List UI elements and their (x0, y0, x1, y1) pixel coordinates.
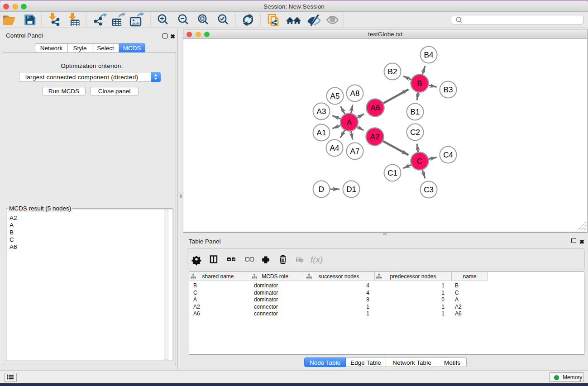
svg-text:A: A (347, 118, 352, 127)
svg-text:f(x): f(x) (311, 255, 323, 264)
svg-text:A3: A3 (317, 107, 326, 116)
svg-text:B1: B1 (411, 108, 420, 116)
svg-text:B4: B4 (424, 51, 434, 59)
svg-text:A6: A6 (371, 104, 380, 112)
svg-text:B2: B2 (388, 67, 397, 76)
svg-text:C2: C2 (410, 128, 420, 137)
svg-text:C4: C4 (443, 151, 453, 159)
svg-text:C1: C1 (387, 169, 397, 177)
svg-text:B3: B3 (444, 86, 453, 94)
svg-text:D: D (319, 185, 324, 194)
svg-text:C3: C3 (424, 186, 434, 194)
svg-text:D1: D1 (346, 185, 356, 194)
svg-text:B: B (417, 79, 422, 88)
svg-text:A7: A7 (350, 147, 360, 156)
svg-text:A1: A1 (317, 129, 326, 137)
svg-text:A8: A8 (350, 89, 360, 98)
svg-text:A4: A4 (330, 144, 339, 152)
svg-text:A2: A2 (370, 133, 380, 141)
svg-text:C: C (417, 157, 422, 166)
svg-text:A5: A5 (330, 92, 340, 100)
